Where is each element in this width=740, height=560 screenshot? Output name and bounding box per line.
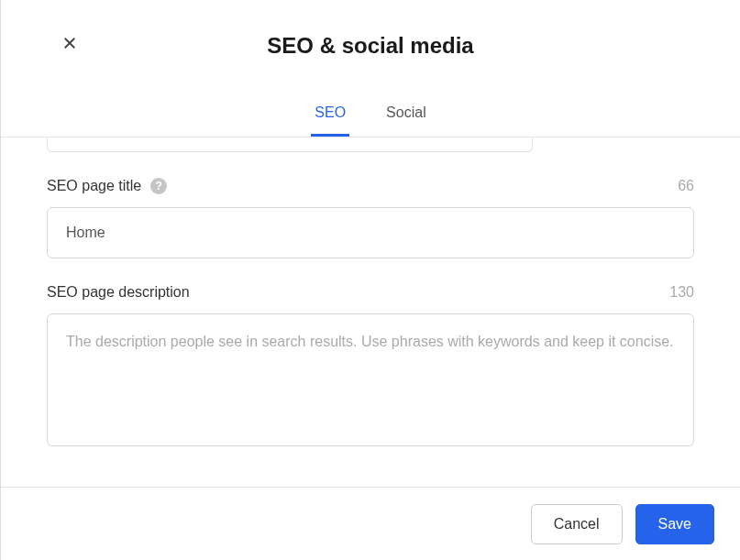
close-button[interactable] — [60, 33, 80, 53]
field-label-wrap: SEO page title ? — [47, 178, 167, 194]
tab-bar: SEO Social — [1, 92, 740, 137]
preview-box-bottom — [47, 137, 533, 152]
close-icon — [61, 35, 78, 51]
field-seo-title: SEO page title ? 66 — [47, 178, 694, 258]
modal-title: SEO & social media — [1, 0, 740, 59]
content-scroll[interactable]: SEO page title ? 66 SEO page description… — [1, 137, 740, 487]
seo-title-input[interactable] — [47, 207, 694, 258]
help-icon[interactable]: ? — [150, 178, 167, 194]
field-label-wrap: SEO page description — [47, 284, 190, 301]
seo-social-modal: SEO & social media SEO Social SEO page t… — [0, 0, 740, 560]
seo-description-count: 130 — [669, 284, 694, 301]
modal-footer: Cancel Save — [1, 487, 740, 560]
seo-description-label: SEO page description — [47, 284, 190, 301]
seo-title-count: 66 — [678, 178, 694, 194]
field-header: SEO page title ? 66 — [47, 178, 694, 194]
seo-description-input[interactable] — [47, 313, 694, 446]
field-seo-description: SEO page description 130 — [47, 284, 694, 450]
modal-header: SEO & social media SEO Social — [1, 0, 740, 137]
field-header: SEO page description 130 — [47, 284, 694, 301]
save-button[interactable]: Save — [635, 504, 714, 544]
seo-title-label: SEO page title — [47, 178, 141, 194]
content-inner: SEO page title ? 66 SEO page description… — [1, 137, 740, 487]
cancel-button[interactable]: Cancel — [531, 504, 623, 544]
tab-seo[interactable]: SEO — [311, 92, 349, 137]
tab-social[interactable]: Social — [382, 92, 430, 137]
